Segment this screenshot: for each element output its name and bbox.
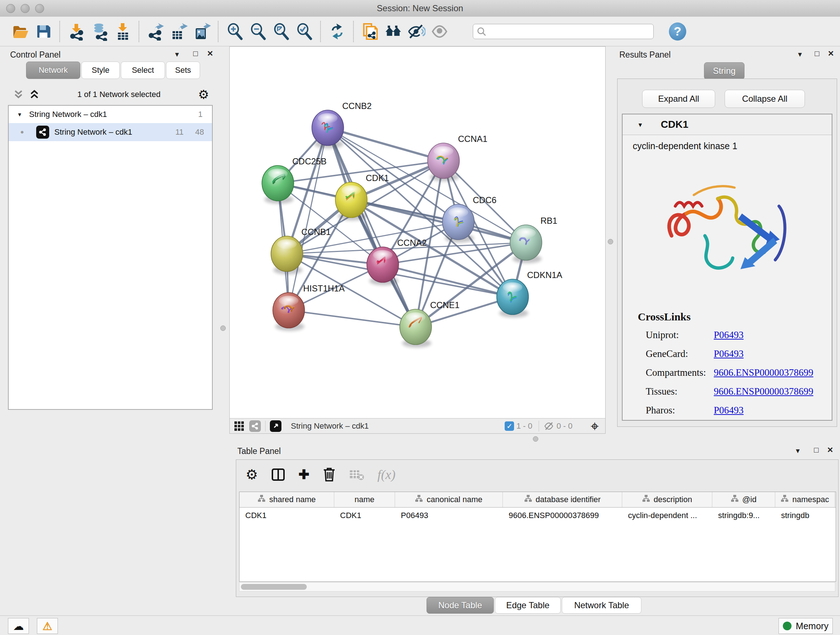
- crosslink-link[interactable]: 9606.ENSP00000378699: [714, 386, 813, 397]
- table-panel-float-icon[interactable]: □: [814, 446, 819, 454]
- tab-network[interactable]: Network: [26, 62, 80, 79]
- crosshair-icon[interactable]: ⌖: [591, 421, 599, 432]
- network-graph[interactable]: CCNB2CCNA1CDC25BCDK1CDC6RB1CCNB1CCNA2CDK…: [230, 47, 605, 418]
- column-header-description[interactable]: description: [622, 492, 712, 507]
- control-panel-title: Control Panel: [10, 50, 60, 60]
- delete-column-icon[interactable]: [322, 467, 336, 482]
- network-row-selected[interactable]: ● String Network – cdk1 11 48: [9, 123, 212, 141]
- zoom-out-icon[interactable]: [249, 22, 267, 41]
- selected-checkbox-icon[interactable]: ✓: [505, 421, 514, 431]
- export-network-icon[interactable]: [147, 22, 164, 41]
- network-share-view-icon[interactable]: [249, 420, 261, 432]
- table-cell: 9606.ENSP00000378699: [503, 508, 622, 524]
- control-panel-menu-icon[interactable]: ▾: [175, 50, 179, 59]
- open-session-icon[interactable]: [11, 22, 29, 41]
- horizontal-scrollbar[interactable]: [239, 582, 835, 592]
- right-splitter-handle[interactable]: [608, 239, 613, 244]
- left-splitter-handle[interactable]: [220, 325, 226, 331]
- network-node-CDC6[interactable]: CDC6: [442, 195, 496, 242]
- table-panel-menu-icon[interactable]: ▾: [796, 447, 800, 455]
- toolbar-separator: [139, 21, 140, 42]
- crosslink-link[interactable]: 9606.ENSP00000378699: [714, 367, 813, 378]
- export-table-icon[interactable]: [170, 22, 188, 41]
- column-header-name[interactable]: name: [334, 492, 395, 507]
- tab-sets[interactable]: Sets: [166, 62, 200, 79]
- network-node-RB1[interactable]: RB1: [510, 216, 557, 263]
- tab-string[interactable]: String: [704, 62, 745, 80]
- string-import-icon[interactable]: [361, 22, 379, 41]
- network-node-CCNE1[interactable]: CCNE1: [400, 300, 459, 348]
- zoom-in-icon[interactable]: [226, 22, 244, 41]
- table-cell: stringdb: [775, 508, 835, 524]
- memory-status-dot: [783, 622, 791, 630]
- crosslink-link[interactable]: P06493: [714, 348, 744, 359]
- collapse-all-button[interactable]: Collapse All: [725, 90, 805, 108]
- column-header-namespac[interactable]: namespac: [775, 492, 835, 507]
- results-panel-close-icon[interactable]: ✕: [828, 49, 834, 58]
- crosslink-link[interactable]: P06493: [714, 405, 744, 416]
- network-options-gear-icon[interactable]: ⚙: [198, 87, 209, 102]
- toolbar-separator: [59, 21, 60, 42]
- add-column-icon[interactable]: ✚: [298, 467, 309, 482]
- bottom-splitter-handle[interactable]: [533, 436, 538, 442]
- status-bar: ☁ ⚠ Memory: [0, 616, 840, 635]
- search-input[interactable]: [486, 27, 647, 36]
- table-cell: cyclin-dependent ...: [622, 508, 712, 524]
- network-collection-row[interactable]: ▾ String Network – cdk1 1: [9, 106, 212, 123]
- hide-unhide-icon[interactable]: [407, 22, 425, 41]
- collapse-all-icon[interactable]: [13, 89, 24, 100]
- table-settings-gear-icon[interactable]: ⚙: [246, 467, 258, 483]
- node-label-CCNA2: CCNA2: [397, 238, 426, 248]
- import-network-database-icon[interactable]: [90, 22, 109, 41]
- memory-label: Memory: [796, 621, 829, 631]
- node-label-CDK1: CDK1: [366, 173, 389, 183]
- zoom-selected-icon[interactable]: [295, 22, 313, 41]
- table-panel-close-icon[interactable]: ✕: [827, 446, 834, 454]
- tab-select[interactable]: Select: [121, 62, 165, 79]
- control-panel-close-icon[interactable]: ✕: [207, 49, 213, 58]
- cloud-status-button[interactable]: ☁: [8, 618, 29, 634]
- column-header-canonical-name[interactable]: canonical name: [395, 492, 503, 507]
- warnings-button[interactable]: ⚠: [37, 618, 58, 634]
- current-network-dot-icon: ●: [20, 128, 24, 136]
- eye-disabled-icon[interactable]: [431, 22, 448, 41]
- tab-style[interactable]: Style: [81, 62, 120, 79]
- network-canvas[interactable]: CCNB2CCNA1CDC25BCDK1CDC6RB1CCNB1CCNA2CDK…: [229, 46, 606, 434]
- results-panel-menu-icon[interactable]: ▾: [798, 50, 802, 59]
- gene-name: CDK1: [661, 119, 688, 130]
- result-expander-icon[interactable]: ▾: [638, 120, 642, 129]
- crosslink-label: Tissues:: [646, 386, 714, 397]
- results-panel-float-icon[interactable]: □: [815, 49, 819, 58]
- tree-expander-icon[interactable]: ▾: [18, 111, 21, 119]
- tab-network-table[interactable]: Network Table: [562, 597, 641, 614]
- expand-all-icon[interactable]: [29, 89, 40, 100]
- zoom-fit-icon[interactable]: [272, 22, 290, 41]
- footer-separator: [265, 421, 265, 432]
- import-network-icon[interactable]: [67, 22, 85, 41]
- control-panel-float-icon[interactable]: □: [193, 49, 198, 58]
- grid-view-icon[interactable]: [234, 421, 244, 431]
- crosslink-label: GeneCard:: [646, 348, 714, 359]
- crosslink-link[interactable]: P06493: [714, 329, 744, 340]
- column-header-shared-name[interactable]: shared name: [240, 492, 334, 507]
- home-icon[interactable]: [384, 22, 402, 41]
- show-columns-icon[interactable]: [271, 467, 286, 482]
- help-icon[interactable]: ?: [669, 22, 686, 41]
- column-header-@id[interactable]: @id: [712, 492, 775, 507]
- import-table-icon[interactable]: [114, 22, 132, 41]
- tab-node-table[interactable]: Node Table: [426, 597, 494, 614]
- birdseye-view-icon[interactable]: [270, 420, 281, 432]
- save-session-icon[interactable]: [34, 22, 52, 41]
- refresh-layout-icon[interactable]: [328, 22, 346, 41]
- network-node-HIST1H1A[interactable]: HIST1H1A: [273, 283, 345, 331]
- scrollbar-thumb[interactable]: [241, 584, 307, 590]
- column-header-database-identifier[interactable]: database identifier: [503, 492, 622, 507]
- table-panel-title: Table Panel: [237, 447, 281, 456]
- export-image-icon[interactable]: [193, 22, 211, 41]
- memory-button[interactable]: Memory: [778, 618, 833, 634]
- table-row[interactable]: CDK1CDK1P064939606.ENSP00000378699cyclin…: [240, 508, 836, 524]
- network-node-CDKN1A[interactable]: CDKN1A: [497, 270, 562, 318]
- tab-edge-table[interactable]: Edge Table: [495, 597, 561, 614]
- network-node-CDK1[interactable]: CDK1: [335, 173, 389, 220]
- expand-all-button[interactable]: Expand All: [642, 90, 715, 108]
